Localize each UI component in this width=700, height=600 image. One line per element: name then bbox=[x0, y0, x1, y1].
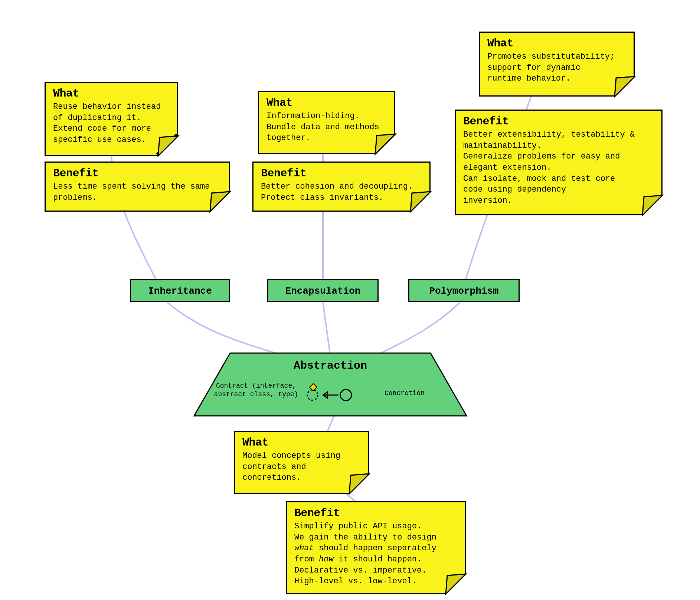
note-body: Promotes substitutability; support for d… bbox=[487, 51, 626, 84]
note-encapsulation-benefit: Benefit Better cohesion and decoupling. … bbox=[252, 162, 431, 212]
note-polymorphism-what: What Promotes substitutability; support … bbox=[479, 32, 635, 97]
note-inheritance-what: What Reuse behavior instead of duplicati… bbox=[45, 82, 178, 156]
note-body: Information-hiding. Bundle data and meth… bbox=[266, 111, 387, 144]
note-title: Benefit bbox=[463, 115, 654, 128]
abstraction-title: Abstraction bbox=[193, 359, 468, 372]
abstraction-concretion-label: Concretion bbox=[371, 389, 438, 398]
note-encapsulation-what: What Information-hiding. Bundle data and… bbox=[258, 91, 395, 154]
pillar-label: Polymorphism bbox=[429, 286, 498, 297]
note-body: Better extensibility, testability & main… bbox=[463, 129, 654, 206]
abstraction-contract-label: Contract (interface, abstract class, typ… bbox=[208, 382, 304, 398]
note-body: Model concepts using contracts and concr… bbox=[242, 450, 361, 483]
pillar-polymorphism: Polymorphism bbox=[408, 279, 520, 302]
pillar-encapsulation: Encapsulation bbox=[267, 279, 379, 302]
note-body: Less time spent solving the same problem… bbox=[53, 181, 222, 203]
abstraction-base: Abstraction Contract (interface, abstrac… bbox=[193, 352, 468, 417]
note-title: Benefit bbox=[294, 507, 457, 519]
note-title: Benefit bbox=[261, 167, 422, 180]
note-abstraction-benefit: Benefit Simplify public API usage.We gai… bbox=[286, 501, 466, 594]
pillar-inheritance: Inheritance bbox=[130, 279, 230, 302]
note-polymorphism-benefit: Benefit Better extensibility, testabilit… bbox=[455, 110, 663, 215]
svg-point-15 bbox=[307, 390, 318, 400]
svg-point-19 bbox=[340, 389, 351, 401]
note-title: What bbox=[487, 37, 626, 50]
pillar-label: Inheritance bbox=[148, 286, 212, 297]
note-title: Benefit bbox=[53, 167, 222, 180]
note-title: What bbox=[266, 97, 387, 109]
note-body: Better cohesion and decoupling. Protect … bbox=[261, 181, 422, 203]
diagram-canvas: What Reuse behavior instead of duplicati… bbox=[0, 0, 700, 600]
note-title: What bbox=[53, 87, 170, 100]
pillar-label: Encapsulation bbox=[285, 286, 361, 297]
note-body: Reuse behavior instead of duplicating it… bbox=[53, 101, 170, 146]
contract-concretion-icon bbox=[304, 381, 364, 403]
note-body: Simplify public API usage.We gain the ab… bbox=[294, 521, 457, 587]
note-inheritance-benefit: Benefit Less time spent solving the same… bbox=[45, 162, 230, 212]
note-abstraction-what: What Model concepts using contracts and … bbox=[234, 431, 369, 494]
note-title: What bbox=[242, 436, 361, 449]
